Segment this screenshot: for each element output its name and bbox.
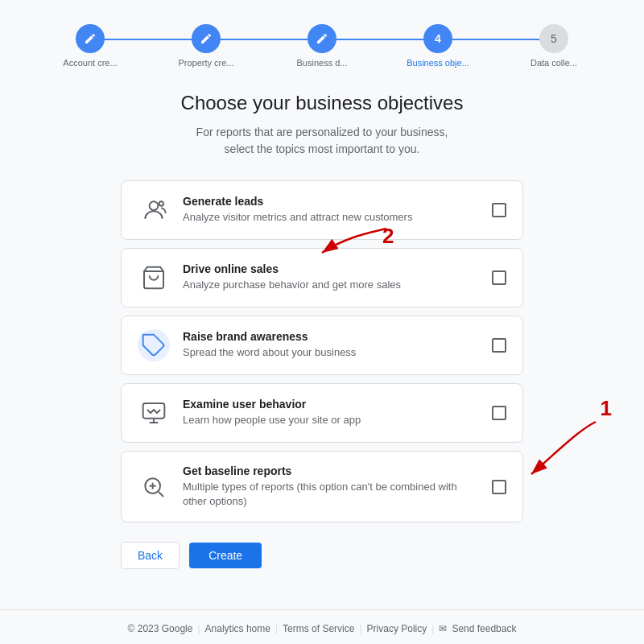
- step-property-creation: Property cre...: [148, 24, 264, 68]
- svg-line-8: [159, 492, 163, 497]
- step-account-creation: Account cre...: [32, 24, 148, 68]
- baseline-reports-text: Get baseline reports Multiple types of r…: [183, 464, 479, 509]
- generate-leads-checkbox[interactable]: [492, 203, 506, 217]
- user-behavior-text: Examine user behavior Learn how people u…: [183, 398, 479, 427]
- tag-icon: [138, 329, 170, 361]
- step-label-2: Property cre...: [178, 58, 233, 68]
- step-circle-1: [76, 24, 105, 53]
- footer-sep-2: |: [275, 623, 278, 634]
- step-circle-5: 5: [539, 24, 568, 53]
- brand-awareness-checkbox[interactable]: [492, 338, 506, 353]
- user-behavior-checkbox[interactable]: [492, 406, 506, 420]
- cart-icon: [138, 262, 170, 294]
- brand-awareness-desc: Spread the word about your business: [183, 345, 479, 360]
- svg-point-0: [150, 201, 159, 210]
- option-raise-brand-awareness[interactable]: Raise brand awareness Spread the word ab…: [121, 316, 523, 375]
- step-data-collection: 5 Data colle...: [496, 24, 612, 68]
- step-circle-4: 4: [423, 24, 452, 53]
- back-button[interactable]: Back: [121, 542, 180, 569]
- leads-icon: [138, 194, 170, 226]
- baseline-reports-title: Get baseline reports: [183, 464, 479, 477]
- option-examine-user-behavior[interactable]: Examine user behavior Learn how people u…: [121, 383, 523, 443]
- step-label-4: Business obje...: [407, 58, 469, 68]
- create-button[interactable]: Create: [189, 543, 262, 568]
- main-content: Choose your business objectives For repo…: [0, 68, 644, 585]
- annotation-arrow-1: [515, 414, 612, 494]
- brand-awareness-title: Raise brand awareness: [183, 330, 479, 343]
- step-business-objectives: 4 Business obje...: [380, 24, 496, 68]
- step-label-1: Account cre...: [63, 58, 117, 68]
- baseline-reports-checkbox[interactable]: [492, 480, 506, 494]
- stepper: Account cre... Property cre... Business …: [0, 24, 644, 68]
- user-behavior-desc: Learn how people use your site or app: [183, 413, 479, 427]
- send-feedback-icon: ✉: [439, 623, 447, 634]
- footer-terms[interactable]: Terms of Service: [283, 623, 354, 634]
- footer-sep-1: |: [197, 623, 200, 634]
- button-row: Back Create 2: [121, 542, 523, 569]
- footer-sep-4: |: [431, 623, 434, 634]
- drive-sales-desc: Analyze purchase behavior and get more s…: [183, 278, 479, 292]
- footer-privacy[interactable]: Privacy Policy: [367, 623, 427, 634]
- step-label-5: Data colle...: [530, 58, 577, 68]
- page-subtitle: For reports that are personalized to you…: [196, 124, 448, 158]
- step-label-3: Business d...: [297, 58, 348, 68]
- behavior-icon: [138, 397, 170, 429]
- footer: © 2023 Google | Analytics home | Terms o…: [0, 609, 644, 644]
- footer-analytics-home[interactable]: Analytics home: [205, 623, 270, 634]
- option-get-baseline-reports[interactable]: Get baseline reports Multiple types of r…: [121, 451, 523, 522]
- brand-awareness-text: Raise brand awareness Spread the word ab…: [183, 330, 479, 360]
- step-circle-2: [192, 24, 221, 53]
- user-behavior-title: Examine user behavior: [183, 398, 479, 411]
- annotation-wrapper: Generate leads Analyze visitor metrics a…: [97, 180, 547, 569]
- generate-leads-title: Generate leads: [183, 195, 479, 208]
- step-business-details: Business d...: [264, 24, 380, 68]
- baseline-reports-desc: Multiple types of reports (this option c…: [183, 480, 479, 509]
- page-title: Choose your business objectives: [181, 92, 464, 114]
- svg-point-1: [159, 201, 163, 205]
- annotation-number-1: 1: [601, 396, 612, 421]
- footer-copyright: © 2023 Google: [128, 623, 193, 634]
- footer-sep-3: |: [359, 623, 361, 634]
- annotation-arrow-2: [306, 221, 402, 269]
- baseline-icon: [138, 471, 170, 503]
- drive-sales-checkbox[interactable]: [492, 270, 506, 285]
- footer-send-feedback[interactable]: Send feedback: [452, 623, 516, 634]
- step-circle-3: [308, 24, 336, 53]
